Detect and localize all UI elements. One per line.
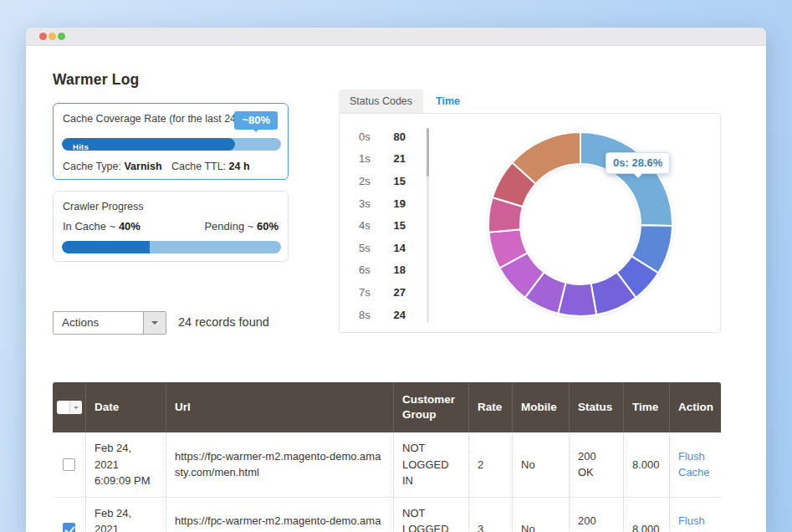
status-list-label: 6s: [359, 263, 379, 276]
coverage-meta: Cache Type: Varnish Cache TTL: 24 h: [63, 161, 280, 172]
window-titlebar: [26, 28, 766, 46]
chart-panel: 0s801s212s153s194s155s146s187s278s24 0s:…: [339, 113, 721, 333]
pending-label: Pending ~: [204, 220, 253, 233]
date-line: Feb 24, 2021: [95, 440, 157, 473]
select-all-dropdown-caret[interactable]: [69, 401, 82, 414]
time-distribution-list: 0s801s212s153s194s155s146s187s278s24: [359, 125, 406, 325]
column-header-mobile[interactable]: Mobile: [513, 382, 570, 432]
actions-dropdown-label: Actions: [62, 312, 99, 334]
column-header-time[interactable]: Time: [624, 382, 670, 432]
coverage-progress-fill: Hits: [62, 138, 235, 151]
status-list-row: 2s15: [359, 170, 406, 192]
desktop-background: Warmer Log Cache Coverage Rate (for the …: [0, 0, 792, 532]
select-all-box[interactable]: [57, 401, 69, 414]
in-cache-value: 40%: [119, 220, 141, 233]
records-count: 24 records found: [178, 315, 269, 329]
chevron-down-icon: [151, 321, 158, 328]
cache-type-value: Varnish: [124, 161, 161, 172]
status-list-value: 15: [379, 219, 406, 232]
status-list-value: 19: [379, 197, 406, 210]
table-row: Feb 24, 202111:59:56 AMhttps://fpc-warme…: [53, 498, 721, 532]
flush-cache-link[interactable]: Flush Cache: [678, 448, 713, 481]
status-list-label: 1s: [359, 152, 379, 165]
column-header-url[interactable]: Url: [166, 382, 394, 432]
log-table: DateUrlCustomer GroupRateMobileStatusTim…: [53, 382, 721, 532]
mobile-cell: No: [513, 432, 570, 497]
list-scrollbar[interactable]: [427, 128, 429, 323]
select-all-checkbox[interactable]: [57, 401, 82, 414]
chart-tooltip-text: 0s: 28.6%: [613, 156, 662, 169]
crawler-progress-bar: [62, 241, 281, 253]
donut-slice-0s[interactable]: [580, 132, 672, 226]
list-scrollbar-thumb[interactable]: [427, 128, 429, 176]
status-list-row: 0s80: [359, 125, 406, 148]
column-header-customer-group[interactable]: Customer Group: [394, 382, 469, 432]
status-list-label: 5s: [359, 242, 379, 254]
tab-time[interactable]: Time: [436, 90, 460, 113]
customer-group-cell: NOT LOGGED IN: [394, 432, 469, 497]
window-zoom-button[interactable]: [58, 33, 65, 40]
window-close-button[interactable]: [39, 33, 47, 40]
date-line: 6:09:09 PM: [95, 473, 157, 489]
cache-ttl-label: Cache TTL:: [171, 161, 226, 172]
status-list-row: 7s27: [359, 281, 406, 304]
cache-type-label: Cache Type:: [63, 161, 121, 172]
row-checkbox-cell: [53, 498, 86, 532]
time-cell: 8.000: [624, 432, 670, 497]
column-header-rate[interactable]: Rate: [469, 382, 513, 432]
actions-dropdown-caret-box[interactable]: [143, 312, 166, 334]
status-list-row: 5s14: [359, 237, 406, 259]
chart-tooltip: 0s: 28.6%: [605, 152, 670, 174]
url-cell: https://fpc-warmer-m2.magento-demo.amast…: [166, 498, 394, 532]
crawler-progress-title: Crawler Progress: [63, 201, 144, 212]
crawler-progress-fill: [62, 241, 150, 253]
status-list-row: 3s19: [359, 192, 406, 215]
row-checkbox[interactable]: [63, 523, 75, 532]
status-list-value: 80: [379, 130, 406, 143]
status-cell: 200 OK: [570, 498, 624, 532]
coverage-percent-badge: ~80%: [234, 111, 278, 130]
row-checkbox-cell: [53, 432, 86, 497]
status-list-row: 1s21: [359, 148, 406, 171]
column-header-status[interactable]: Status: [570, 382, 624, 432]
tab-status-codes[interactable]: Status Codes: [339, 90, 423, 113]
pending-value: 60%: [257, 220, 278, 233]
table-body: Feb 24, 20216:09:09 PMhttps://fpc-warmer…: [53, 432, 721, 532]
status-list-value: 27: [379, 286, 406, 299]
status-list-label: 2s: [359, 175, 379, 187]
flush-cache-link[interactable]: Flush Cache: [678, 513, 713, 532]
app-window: Warmer Log Cache Coverage Rate (for the …: [26, 28, 766, 532]
date-cell: Feb 24, 20216:09:09 PM: [86, 432, 166, 497]
status-list-row: 8s24: [359, 304, 406, 326]
status-list-label: 7s: [359, 286, 379, 299]
cache-ttl-value: 24 h: [229, 161, 250, 172]
action-cell: Flush Cache: [670, 498, 721, 532]
status-list-label: 3s: [359, 197, 379, 210]
rate-cell: 2: [469, 432, 513, 497]
page-title: Warmer Log: [53, 71, 139, 89]
date-cell: Feb 24, 202111:59:56 AM: [86, 498, 166, 532]
status-list-value: 21: [379, 152, 406, 165]
window-minimize-button[interactable]: [49, 33, 56, 40]
table-row: Feb 24, 20216:09:09 PMhttps://fpc-warmer…: [53, 432, 721, 498]
cache-coverage-card: Cache Coverage Rate (for the last 24 h) …: [53, 103, 289, 180]
cache-coverage-title: Cache Coverage Rate (for the last 24 h): [63, 113, 248, 125]
status-list-value: 24: [379, 309, 406, 321]
status-list-label: 0s: [359, 130, 379, 143]
status-list-label: 4s: [359, 219, 379, 232]
actions-dropdown[interactable]: Actions: [53, 311, 166, 335]
table-header-checkbox-cell: [53, 382, 86, 432]
status-cell: 200 OK: [570, 432, 624, 497]
status-list-value: 18: [379, 263, 406, 276]
crawler-progress-labels: In Cache ~ 40% Pending ~ 60%: [63, 220, 278, 233]
column-header-date[interactable]: Date: [86, 382, 166, 432]
customer-group-cell: NOT LOGGED IN: [394, 498, 469, 532]
in-cache-label: In Cache ~: [63, 220, 115, 233]
status-list-value: 14: [379, 242, 406, 254]
table-header-row: DateUrlCustomer GroupRateMobileStatusTim…: [53, 382, 721, 432]
time-cell: 8.000: [624, 498, 670, 532]
mobile-cell: No: [513, 498, 570, 532]
column-header-action[interactable]: Action: [670, 382, 721, 432]
row-checkbox[interactable]: [63, 458, 75, 471]
action-cell: Flush Cache: [670, 432, 721, 497]
